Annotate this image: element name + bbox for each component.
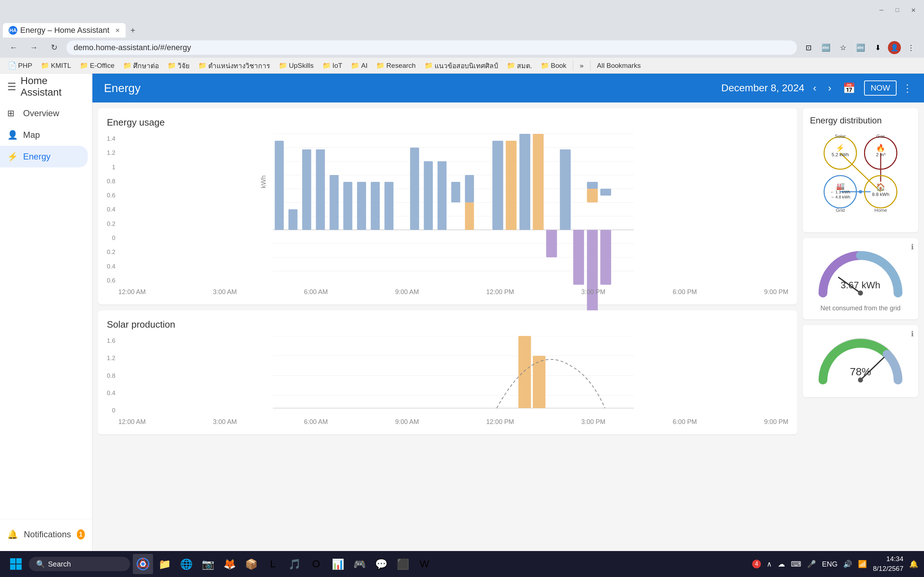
bookmark-research-label: Research: [386, 62, 416, 69]
current-date: December 8, 2024: [721, 82, 804, 94]
bookmark-research-th[interactable]: 📁 วิจัย: [164, 59, 193, 73]
bookmark-kmitl[interactable]: 📁 KMITL: [37, 60, 75, 71]
svg-rect-13: [289, 209, 297, 230]
taskbar-terminal[interactable]: ⬛: [393, 554, 413, 574]
taskbar-keyboard-icon: ⌨: [791, 560, 801, 568]
close-button[interactable]: ✕: [908, 5, 918, 15]
system-tray-expand[interactable]: ∧: [767, 560, 772, 568]
next-date-button[interactable]: ›: [825, 79, 834, 97]
download-icon[interactable]: ⬇: [871, 40, 885, 55]
bookmark-somt-icon: 📁: [507, 61, 515, 69]
taskbar-app7[interactable]: 📊: [328, 554, 348, 574]
prev-date-button[interactable]: ‹: [810, 79, 819, 97]
bookmark-somt[interactable]: 📁 สมต.: [503, 59, 535, 73]
bookmark-ai[interactable]: 📁 AI: [347, 60, 371, 71]
sidebar-item-overview[interactable]: ⊞ Overview: [0, 103, 88, 124]
active-tab[interactable]: HA Energy – Home Assistant ✕: [3, 23, 126, 37]
tab-close-icon[interactable]: ✕: [115, 27, 120, 34]
bookmark-study[interactable]: 📁 ศึกษาต่อ: [119, 59, 163, 73]
profile-icon[interactable]: 👤: [888, 41, 901, 54]
taskbar-app3[interactable]: 🦊: [219, 554, 240, 574]
maximize-button[interactable]: □: [892, 5, 902, 15]
new-tab-button[interactable]: +: [126, 23, 140, 37]
solar-production-title: Solar production: [107, 319, 788, 330]
bookmark-research-th-icon: 📁: [168, 61, 176, 69]
y-tick-neg-0-4: 0.4: [107, 263, 116, 270]
bookmark-star-icon[interactable]: ☆: [836, 40, 850, 55]
sidebar-item-map[interactable]: 👤 Map: [0, 124, 88, 146]
y-tick-neg-0-6: 0.6: [107, 277, 116, 284]
bookmark-exam[interactable]: 📁 แนวข้อสอบนิเทศศิลป์: [421, 59, 502, 73]
now-button[interactable]: NOW: [864, 81, 897, 96]
bookmark-eoffice[interactable]: 📁 E-Office: [76, 60, 118, 71]
taskbar-app6[interactable]: 🎵: [284, 554, 305, 574]
forward-button[interactable]: →: [26, 40, 42, 56]
taskbar-app2[interactable]: 📷: [198, 554, 218, 574]
taskbar-app1[interactable]: 🌐: [176, 554, 196, 574]
svg-text:kWh: kWh: [260, 176, 267, 189]
solar-chart-container: 1.6 1.2 0.8 0.4 0: [107, 336, 788, 426]
screen-cast-icon[interactable]: ⊡: [801, 40, 816, 55]
system-lang: ENG: [822, 560, 837, 568]
solar-x-6pm: 6:00 PM: [673, 418, 697, 426]
back-button[interactable]: ←: [6, 40, 22, 56]
bookmark-iot[interactable]: 📁 IoT: [319, 60, 346, 71]
bookmark-position[interactable]: 📁 ตำแหน่งทางวิชาการ: [195, 59, 274, 73]
svg-text:🏭: 🏭: [836, 182, 845, 190]
sidebar-item-energy[interactable]: ⚡ Energy: [0, 146, 88, 168]
taskbar-app4[interactable]: 📦: [241, 554, 261, 574]
svg-text:5.2 kWh: 5.2 kWh: [832, 152, 849, 157]
bookmark-position-label: ตำแหน่งทางวิชาการ: [208, 60, 270, 71]
taskbar-network-icon[interactable]: 📶: [858, 560, 867, 568]
taskbar-notification-action[interactable]: 🔔: [909, 560, 918, 568]
bookmark-exam-icon: 📁: [424, 61, 433, 69]
bookmark-all-label: All Bookmarks: [597, 62, 641, 69]
menu-icon[interactable]: ⋮: [904, 40, 918, 55]
taskbar-search[interactable]: 🔍 Search: [29, 557, 130, 571]
svg-text:78%: 78%: [850, 366, 871, 377]
y-tick-0: 0: [112, 235, 115, 242]
sidebar-notifications[interactable]: 🔔 Notifications 1: [0, 524, 92, 545]
windows-logo-icon: [10, 558, 23, 571]
grid-gauge-info-icon[interactable]: ℹ: [911, 242, 914, 251]
url-bar[interactable]: demo.home-assistant.io/#/energy: [66, 40, 797, 55]
bookmark-more-label: »: [580, 62, 584, 69]
notifications-bell-icon: 🔔: [7, 529, 18, 540]
extension-icon[interactable]: 🔤: [853, 40, 868, 55]
bookmark-all[interactable]: All Bookmarks: [593, 60, 644, 71]
taskbar-sound-icon[interactable]: 🔊: [843, 560, 852, 568]
bookmark-php[interactable]: 📄 PHP: [4, 60, 36, 71]
taskbar-app9[interactable]: 💬: [371, 554, 391, 574]
taskbar-opera[interactable]: O: [306, 554, 326, 574]
translate-icon[interactable]: 🔤: [819, 40, 833, 55]
minimize-button[interactable]: ─: [876, 5, 887, 15]
x-label-12am: 12:00 AM: [118, 288, 146, 296]
taskbar-explorer[interactable]: 📁: [155, 554, 175, 574]
x-label-6pm: 6:00 PM: [673, 288, 697, 296]
bookmark-book[interactable]: 📁 Book: [537, 60, 570, 71]
solar-x-6am: 6:00 AM: [304, 418, 328, 426]
taskbar-app8[interactable]: 🎮: [349, 554, 369, 574]
top-bar-right: December 8, 2024 ‹ › 📅 NOW ⋮: [721, 79, 913, 97]
taskbar-word[interactable]: W: [414, 554, 435, 574]
solar-gauge-info-icon[interactable]: ℹ: [911, 329, 914, 338]
chrome-icon: [136, 558, 150, 571]
more-options-button[interactable]: ⋮: [902, 82, 913, 94]
x-label-3pm: 3:00 PM: [581, 288, 605, 296]
taskbar-mic-icon: 🎤: [807, 560, 816, 568]
calendar-button[interactable]: 📅: [840, 79, 858, 97]
sidebar-menu-icon[interactable]: ☰: [7, 81, 16, 93]
solar-y-1-2: 1.2: [107, 355, 116, 362]
reload-button[interactable]: ↻: [46, 40, 62, 56]
bookmark-more[interactable]: »: [576, 60, 587, 71]
bookmark-research[interactable]: 📁 Research: [373, 60, 419, 71]
main-content: Energy December 8, 2024 ‹ › 📅 NOW ⋮ Ener…: [92, 74, 924, 577]
start-button[interactable]: [6, 554, 26, 574]
svg-text:← 1.1 kWh: ← 1.1 kWh: [830, 190, 850, 194]
content-area: Energy usage 1.4 1.2 1 0.8 0.6 0.4 0.2 0…: [92, 103, 924, 577]
bookmark-upskills[interactable]: 📁 UpSkills: [275, 60, 317, 71]
bookmark-study-label: ศึกษาต่อ: [133, 60, 159, 71]
taskbar-app5[interactable]: L: [263, 554, 283, 574]
taskbar-chrome[interactable]: [133, 554, 153, 574]
svg-rect-30: [519, 134, 530, 145]
